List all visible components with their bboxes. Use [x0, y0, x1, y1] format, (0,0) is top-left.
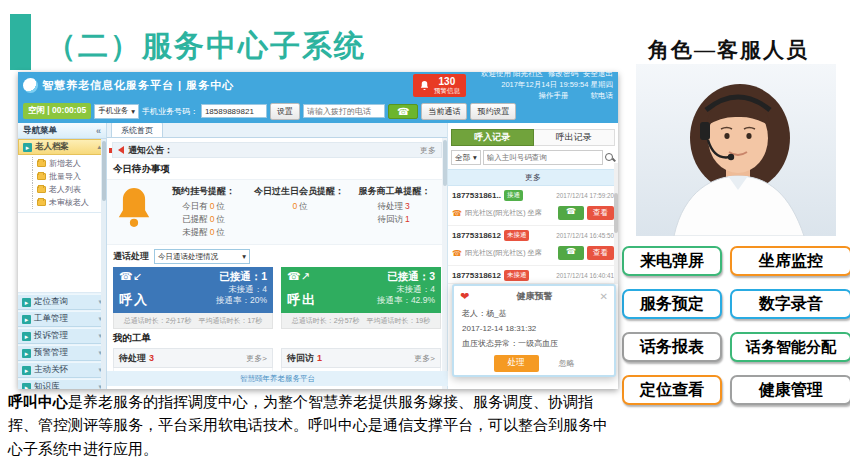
- sidebar-item-workorder-mgmt[interactable]: ▸工单管理▾: [18, 311, 106, 327]
- todo-panel: 预约挂号提醒： 今日有0位 已提醒0位 未提醒0位 今日过生日会员提醒： 0位 …: [107, 179, 447, 245]
- records-scrollbar[interactable]: [614, 163, 618, 283]
- app-header: 智慧养老信息化服务平台 | 服务中心 130 预警信息 欢迎使用 阳光社区修改密…: [18, 72, 618, 99]
- feature-health-management: 健康管理: [730, 375, 850, 405]
- record-search-input[interactable]: [483, 150, 603, 165]
- speaker-icon: [118, 146, 124, 154]
- chevron-down-icon: ▾: [131, 107, 135, 116]
- current-call-button[interactable]: 当前通话: [421, 103, 467, 120]
- datetime-text: 2017年12月14日 19:59:54 星期四: [476, 80, 613, 91]
- title-accent-bar: [10, 14, 31, 70]
- alert-count: 130: [439, 76, 456, 87]
- app-screenshot: 智慧养老信息化服务平台 | 服务中心 130 预警信息 欢迎使用 阳光社区修改密…: [18, 72, 618, 389]
- outbound-card-footer: 总通话时长：2分57秒 平均通话时长：19秒: [281, 313, 441, 329]
- view-button[interactable]: 查看: [587, 246, 614, 260]
- handle-button[interactable]: 处理: [494, 355, 539, 372]
- arrow-icon: ▸: [22, 383, 31, 390]
- sidebar-group-children: 新增老人 批量导入 老人列表 未审核老人: [18, 155, 106, 213]
- call-handle-select[interactable]: 今日通话处理情况▾: [154, 249, 250, 264]
- app-footer: 智慧颐年养老服务平台: [107, 371, 448, 386]
- call-record[interactable]: 1877531861.. 接通 2017/12/14 17:59:20 ☎ 阳光…: [448, 186, 618, 226]
- sidebar-item-batch-import[interactable]: 批量导入: [32, 170, 106, 183]
- bell-icon: [419, 80, 430, 91]
- call-stat-cards: ☎↙ 呼入 已接通：1 未接通：4 接通率：20% 总通话时长：2分17秒 平均…: [113, 267, 441, 329]
- health-alert-popup: ❤ 健康预警 ✕ 老人：杨_基 2017-12-14 18:31:32 血压状态…: [452, 284, 616, 377]
- phone-icon: ☎: [397, 106, 409, 117]
- line-select[interactable]: 手机业务▾: [94, 104, 139, 119]
- feature-incoming-popup: 来电弹屏: [622, 246, 722, 276]
- arrow-icon: ▸: [23, 143, 32, 152]
- app-brand: 智慧养老信息化服务平台 | 服务中心: [42, 78, 234, 93]
- notice-more-link[interactable]: 更多: [420, 145, 436, 156]
- app-logo-icon: [23, 78, 38, 93]
- callback-more-link[interactable]: 更多>: [414, 353, 435, 364]
- search-icon[interactable]: [605, 153, 615, 163]
- callback-button[interactable]: ☎: [558, 246, 584, 260]
- main-content: 系统首页 通知公告： 更多 今日待办事项 预约挂号提醒： 今日有0位: [107, 123, 448, 389]
- settings-button[interactable]: 设置: [270, 103, 300, 120]
- sidebar-item-add-elder[interactable]: 新增老人: [32, 157, 106, 170]
- status-badge: 未接通: [504, 270, 530, 281]
- sidebar-scrollbar[interactable]: [101, 139, 106, 389]
- chevron-down-icon: ▾: [473, 153, 477, 162]
- sidebar-item-elder-list[interactable]: 老人列表: [32, 183, 106, 196]
- todo-col-provider-orders: 服务商工单提醒： 待处理3 待回访1: [350, 185, 439, 238]
- sidebar-group-elder-archive[interactable]: ▸ 老人档案 ▴: [18, 139, 106, 155]
- todo-col-appointment: 预约挂号提醒： 今日有0位 已提醒0位 未提醒0位: [159, 185, 248, 238]
- dial-input[interactable]: [303, 104, 385, 118]
- slide-title: （二）服务中心子系统: [46, 26, 366, 67]
- call-record[interactable]: 18775318612 未接通 2017/12/14 16:40:41: [448, 266, 618, 284]
- call-handle-label: 通话处理: [113, 250, 149, 263]
- todo-col-birthday: 今日过生日会员提醒： 0位: [254, 185, 344, 238]
- welcome-text: 欢迎使用 阳光社区: [481, 69, 543, 78]
- alert-badge[interactable]: 130 预警信息: [413, 74, 466, 96]
- view-button[interactable]: 查看: [587, 206, 614, 220]
- ignore-link[interactable]: 忽略: [559, 358, 575, 369]
- chevron-down-icon: ▾: [242, 252, 246, 261]
- logout-link[interactable]: 安全退出: [583, 69, 613, 78]
- phone-arrow-icon: ☎: [452, 249, 462, 258]
- call-record[interactable]: 18775318612 未接通 2017/12/14 16:45:50 ☎ 阳光…: [448, 226, 618, 266]
- close-icon[interactable]: ✕: [600, 291, 608, 302]
- sidebar-item-unreviewed-elder[interactable]: 未审核老人: [32, 196, 106, 209]
- sidebar-item-alert-mgmt[interactable]: ▸预警管理▾: [18, 345, 106, 361]
- popup-person: 老人：杨_基: [462, 306, 606, 321]
- phone-in-icon: ☎↙: [119, 270, 142, 283]
- feature-traffic-report: 话务报表: [622, 332, 722, 362]
- record-filter-select[interactable]: 全部▾: [451, 150, 481, 165]
- sidebar-item-location-query[interactable]: ▸定位查询▾: [18, 294, 106, 310]
- folder-icon: [37, 199, 46, 206]
- paragraph-rest: 是养老服务的指挥调度中心，为整个智慧养老提供服务嫁接、服务调度、协调指挥、管控测…: [8, 393, 608, 457]
- sidebar-item-complaint-mgmt[interactable]: ▸投诉管理▾: [18, 328, 106, 344]
- folder-icon: [37, 173, 46, 180]
- sidebar-title: 导航菜单: [23, 125, 57, 137]
- main-scrollbar[interactable]: [442, 138, 447, 389]
- tab-outbound-records[interactable]: 呼出记录: [534, 129, 616, 146]
- role-label: 角色—客服人员: [648, 36, 809, 64]
- sidebar-collapse-icon[interactable]: «: [96, 126, 101, 136]
- pending-more-link[interactable]: 更多>: [246, 353, 267, 364]
- status-badge: 未接通: [504, 230, 530, 241]
- records-more-link[interactable]: 更多: [448, 169, 618, 186]
- change-password-link[interactable]: 修改密码: [548, 69, 578, 78]
- callback-button[interactable]: ☎: [558, 206, 584, 220]
- feature-digital-recording: 数字录音: [730, 289, 850, 319]
- sidebar-item-knowledge-base[interactable]: ▸知识库▾: [18, 379, 106, 389]
- orders-section-title: 我的工单: [113, 332, 441, 345]
- dial-button[interactable]: ☎: [388, 104, 418, 119]
- inbound-card-footer: 总通话时长：2分17秒 平均通话时长：17秒: [113, 313, 273, 329]
- popup-title: 健康预警: [469, 290, 599, 303]
- sidebar-spacer: [18, 213, 106, 293]
- reserve-settings-button[interactable]: 预约设置: [470, 103, 516, 120]
- notice-label: 通知公告：: [128, 144, 173, 157]
- slide: （二）服务中心子系统 角色—客服人员 来电弹屏 坐席监控 服务预定 数字录音 话…: [0, 0, 850, 468]
- status-pill: 空闲 | 00:00:05: [23, 103, 91, 119]
- tab-system-home[interactable]: 系统首页: [111, 123, 163, 137]
- sidebar-item-active-care[interactable]: ▸主动关怀▾: [18, 362, 106, 378]
- popup-status: 血压状态异常：一级高血压: [462, 336, 606, 351]
- arrow-icon: ▸: [22, 332, 31, 341]
- feature-location-view: 定位查看: [622, 375, 722, 405]
- phone-number-input[interactable]: [201, 104, 267, 118]
- tab-inbound-records[interactable]: 呼入记录: [451, 129, 534, 146]
- popup-time: 2017-12-14 18:31:32: [462, 321, 606, 336]
- folder-icon: [37, 186, 46, 193]
